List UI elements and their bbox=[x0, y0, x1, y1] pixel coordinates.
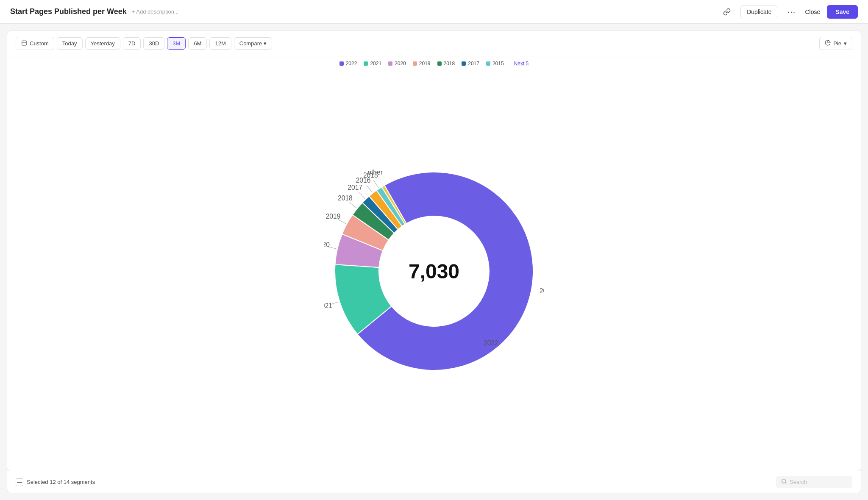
save-button[interactable]: Save bbox=[827, 5, 858, 19]
legend-item[interactable]: 2022 bbox=[339, 61, 357, 67]
legend-label: 2022 bbox=[346, 61, 357, 67]
more-options-button[interactable]: ··· bbox=[785, 5, 798, 19]
close-button[interactable]: Close bbox=[805, 8, 821, 15]
search-icon bbox=[781, 478, 787, 486]
top-bar: Start Pages Published per Week + Add des… bbox=[0, 0, 868, 24]
segment-connector-line bbox=[350, 202, 356, 208]
compare-button[interactable]: Compare ▾ bbox=[234, 37, 272, 50]
legend-color-dot bbox=[437, 61, 442, 66]
legend-color-dot bbox=[339, 61, 344, 66]
filter-right: Pie ▾ bbox=[819, 37, 852, 50]
segment-connector-line bbox=[359, 192, 365, 198]
6m-filter-button[interactable]: 6M bbox=[188, 37, 207, 50]
legend-color-dot bbox=[388, 61, 392, 66]
legend-label: 2015 bbox=[492, 61, 504, 67]
segment-connector-line bbox=[373, 180, 378, 187]
bottom-right: Search bbox=[776, 476, 852, 488]
chart-segment-label: 2022 bbox=[540, 287, 544, 294]
svg-point-4 bbox=[782, 479, 786, 483]
custom-filter-button[interactable]: Custom bbox=[16, 37, 54, 50]
chart-panel: Custom Today Yesterday 7D 30D 3M 6M 12M … bbox=[7, 31, 861, 471]
chart-segment-label: 2017 bbox=[348, 184, 362, 191]
legend-label: 2018 bbox=[444, 61, 455, 67]
pie-chart-button[interactable]: Pie ▾ bbox=[819, 37, 852, 50]
svg-line-5 bbox=[785, 483, 787, 484]
selected-segments-text: Selected 12 of 14 segments bbox=[27, 479, 95, 485]
chevron-down-icon: ▾ bbox=[264, 40, 267, 47]
legend-item[interactable]: 2021 bbox=[364, 61, 381, 67]
legend-label: 2017 bbox=[468, 61, 479, 67]
12m-filter-button[interactable]: 12M bbox=[209, 37, 231, 50]
legend-item[interactable]: 2019 bbox=[413, 61, 431, 67]
chart-segment-label: other bbox=[367, 169, 383, 176]
search-placeholder: Search bbox=[790, 479, 807, 485]
chart-segment-label-2022: 2022 bbox=[484, 339, 498, 347]
legend-label: 2019 bbox=[419, 61, 431, 67]
segment-connector-line bbox=[338, 219, 345, 223]
chart-area: 20222021202020192018201720162015other202… bbox=[7, 71, 861, 471]
deselect-button[interactable]: — bbox=[16, 478, 23, 486]
duplicate-button[interactable]: Duplicate bbox=[740, 6, 778, 18]
chart-segment-label: 2020 bbox=[324, 241, 330, 248]
page-title: Start Pages Published per Week bbox=[10, 7, 127, 16]
legend-label: 2021 bbox=[370, 61, 381, 67]
filter-left: Custom Today Yesterday 7D 30D 3M 6M 12M … bbox=[16, 37, 272, 50]
link-icon-button[interactable] bbox=[720, 5, 734, 19]
today-filter-button[interactable]: Today bbox=[57, 37, 83, 50]
bottom-left: — Selected 12 of 14 segments bbox=[16, 478, 95, 486]
pie-icon bbox=[825, 40, 831, 47]
legend-item[interactable]: 2018 bbox=[437, 61, 455, 67]
3m-filter-button[interactable]: 3M bbox=[167, 37, 186, 50]
30d-filter-button[interactable]: 30D bbox=[143, 37, 164, 50]
chart-segment-label: 2018 bbox=[338, 194, 353, 202]
bottom-bar: — Selected 12 of 14 segments Search bbox=[7, 471, 861, 493]
donut-chart: 20222021202020192018201720162015other202… bbox=[324, 161, 544, 381]
calendar-icon bbox=[21, 40, 27, 47]
search-box[interactable]: Search bbox=[776, 476, 852, 488]
legend-color-dot bbox=[486, 61, 490, 66]
7d-filter-button[interactable]: 7D bbox=[123, 37, 141, 50]
filter-bar: Custom Today Yesterday 7D 30D 3M 6M 12M … bbox=[7, 31, 861, 56]
top-bar-left: Start Pages Published per Week + Add des… bbox=[10, 7, 179, 16]
legend-color-dot bbox=[364, 61, 368, 66]
add-description[interactable]: + Add description... bbox=[132, 8, 179, 15]
legend-item[interactable]: 2015 bbox=[486, 61, 504, 67]
chevron-down-icon: ▾ bbox=[844, 40, 847, 47]
legend-item[interactable]: 2017 bbox=[462, 61, 479, 67]
legend-item[interactable]: 2020 bbox=[388, 61, 406, 67]
legend-label: 2020 bbox=[395, 61, 406, 67]
main-content: Custom Today Yesterday 7D 30D 3M 6M 12M … bbox=[0, 24, 868, 500]
legend-color-dot bbox=[413, 61, 417, 66]
svg-rect-0 bbox=[22, 41, 27, 45]
chart-segment-label: 2021 bbox=[324, 302, 332, 309]
legend-next[interactable]: Next 5 bbox=[514, 61, 529, 67]
segment-connector-line bbox=[367, 185, 372, 192]
yesterday-filter-button[interactable]: Yesterday bbox=[85, 37, 120, 50]
legend-color-dot bbox=[462, 61, 466, 66]
donut-center-value: 7,030 bbox=[409, 259, 459, 283]
legend-bar: 2022202120202019201820172015Next 5 bbox=[7, 56, 861, 71]
top-bar-right: Duplicate ··· Close Save bbox=[720, 5, 858, 19]
chart-segment-label: 2019 bbox=[326, 212, 341, 219]
